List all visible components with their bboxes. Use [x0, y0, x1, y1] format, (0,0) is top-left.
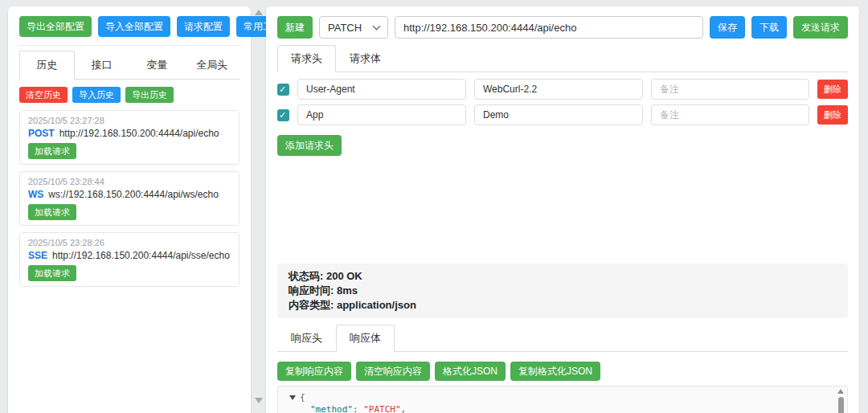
content-type-line: 内容类型: application/json: [289, 298, 837, 313]
import-all-config-button[interactable]: 导入全部配置: [98, 16, 170, 37]
sidebar-tabs: 历史 接口 变量 全局头: [19, 51, 240, 80]
json-token-punc: {: [300, 392, 305, 403]
history-timestamp: 2025/10/5 23:28:44: [28, 177, 231, 187]
header-rows: 删除 删除: [277, 79, 848, 125]
header-value-input[interactable]: [474, 79, 643, 100]
request-toolbar: 新建 PATCH 保存 下载 发送请求: [277, 16, 848, 39]
divider: [18, 45, 241, 46]
tab-response-body[interactable]: 响应体: [336, 325, 395, 352]
history-request-line: POSThttp://192.168.150.200:4444/api/echo: [28, 128, 231, 140]
load-request-button[interactable]: 加载请求: [28, 265, 76, 281]
method-select-value: PATCH: [328, 22, 362, 34]
response-summary: 状态码: 200 OK 响应时间: 8ms 内容类型: application/…: [277, 264, 848, 318]
header-row: 删除: [277, 104, 848, 125]
history-method: WS: [28, 189, 43, 200]
header-enabled-checkbox[interactable]: [277, 109, 289, 121]
response-tabs: 响应头 响应体: [277, 325, 848, 352]
main-panel: 新建 PATCH 保存 下载 发送请求 请求头 请求体 删除: [266, 6, 859, 413]
load-request-button[interactable]: 加载请求: [28, 143, 76, 159]
clear-response-button[interactable]: 清空响应内容: [356, 362, 430, 381]
history-timestamp: 2025/10/5 23:27:28: [28, 116, 231, 126]
delete-header-button[interactable]: 删除: [817, 105, 848, 125]
request-tabs: 请求头 请求体: [277, 45, 848, 72]
format-json-button[interactable]: 格式化JSON: [435, 362, 506, 381]
json-token-str: "PATCH": [363, 404, 400, 413]
delete-header-button[interactable]: 删除: [817, 80, 848, 99]
header-note-input[interactable]: [651, 104, 809, 125]
history-item: 2025/10/5 23:27:28 POSThttp://192.168.15…: [19, 110, 240, 165]
history-timestamp: 2025/10/5 23:28:26: [28, 238, 231, 248]
collapse-toggle-icon[interactable]: [289, 395, 296, 400]
tab-global-headers[interactable]: 全局头: [185, 51, 240, 80]
history-list: 2025/10/5 23:27:28 POSThttp://192.168.15…: [19, 110, 240, 287]
header-note-input[interactable]: [651, 79, 809, 100]
sidebar-panel: 导出全部配置 导入全部配置 请求配置 常用工具 历史 接口 变量 全局头 清空历…: [8, 6, 251, 413]
history-url: http://192.168.150.200:4444/api/echo: [59, 128, 219, 139]
config-button-row: 导出全部配置 导入全部配置 请求配置 常用工具: [19, 16, 240, 37]
clear-history-button[interactable]: 清空历史: [19, 87, 68, 103]
method-select[interactable]: PATCH: [319, 16, 388, 39]
header-row: 删除: [277, 79, 848, 100]
status-code-line: 状态码: 200 OK: [289, 269, 837, 284]
tab-variables[interactable]: 变量: [129, 51, 185, 80]
json-line: "method": "PATCH",: [286, 403, 831, 413]
json-content: {"method": "PATCH","url": "http://192.16…: [286, 391, 831, 413]
download-button[interactable]: 下载: [751, 16, 787, 39]
chevron-down-icon: [373, 22, 381, 30]
tab-request-headers[interactable]: 请求头: [277, 45, 336, 72]
send-request-button[interactable]: 发送请求: [793, 16, 848, 39]
tab-api[interactable]: 接口: [75, 51, 130, 80]
copy-formatted-json-button[interactable]: 复制格式化JSON: [510, 362, 600, 381]
sidebar-scrollbar[interactable]: [252, 6, 265, 407]
response-actions: 复制响应内容 清空响应内容 格式化JSON 复制格式化JSON: [277, 362, 848, 381]
response-time-line: 响应时间: 8ms: [289, 284, 837, 298]
export-all-config-button[interactable]: 导出全部配置: [19, 16, 92, 37]
json-token-key: "method": [310, 404, 353, 413]
request-config-button[interactable]: 请求配置: [177, 16, 230, 37]
scroll-up-icon[interactable]: [837, 389, 844, 394]
scrollbar-thumb[interactable]: [838, 397, 844, 413]
header-key-input[interactable]: [297, 79, 466, 100]
history-request-line: WSws://192.168.150.200:4444/api/ws/echo: [28, 189, 231, 201]
copy-response-button[interactable]: 复制响应内容: [277, 362, 351, 381]
history-item: 2025/10/5 23:28:26 SSEhttp://192.168.150…: [19, 232, 240, 287]
new-request-button[interactable]: 新建: [277, 16, 313, 39]
scroll-up-icon[interactable]: [255, 10, 263, 15]
header-key-input[interactable]: [297, 104, 466, 125]
load-request-button[interactable]: 加载请求: [28, 204, 76, 220]
history-method: SSE: [28, 250, 47, 261]
history-url: http://192.168.150.200:4444/api/sse/echo: [52, 250, 230, 261]
json-token-punc: :: [353, 404, 363, 413]
response-scrollbar[interactable]: [837, 389, 845, 413]
save-button[interactable]: 保存: [710, 16, 745, 39]
header-value-input[interactable]: [474, 104, 643, 125]
response-json-view: {"method": "PATCH","url": "http://192.16…: [277, 386, 848, 413]
add-header-button[interactable]: 添加请求头: [277, 135, 342, 156]
tab-history[interactable]: 历史: [19, 51, 75, 80]
export-history-button[interactable]: 导出历史: [125, 87, 174, 103]
json-line: {: [286, 391, 831, 403]
header-enabled-checkbox[interactable]: [277, 84, 289, 96]
history-request-line: SSEhttp://192.168.150.200:4444/api/sse/e…: [28, 250, 231, 262]
history-item: 2025/10/5 23:28:44 WSws://192.168.150.20…: [19, 171, 240, 226]
history-url: ws://192.168.150.200:4444/api/ws/echo: [48, 189, 219, 200]
url-input[interactable]: [395, 16, 703, 39]
history-actions: 清空历史 导入历史 导出历史: [19, 87, 240, 103]
history-method: POST: [28, 128, 55, 139]
tab-response-headers[interactable]: 响应头: [277, 325, 336, 352]
tab-request-body[interactable]: 请求体: [336, 45, 395, 72]
scroll-down-icon[interactable]: [255, 398, 263, 403]
import-history-button[interactable]: 导入历史: [72, 87, 121, 103]
json-token-punc: ,: [401, 404, 407, 413]
